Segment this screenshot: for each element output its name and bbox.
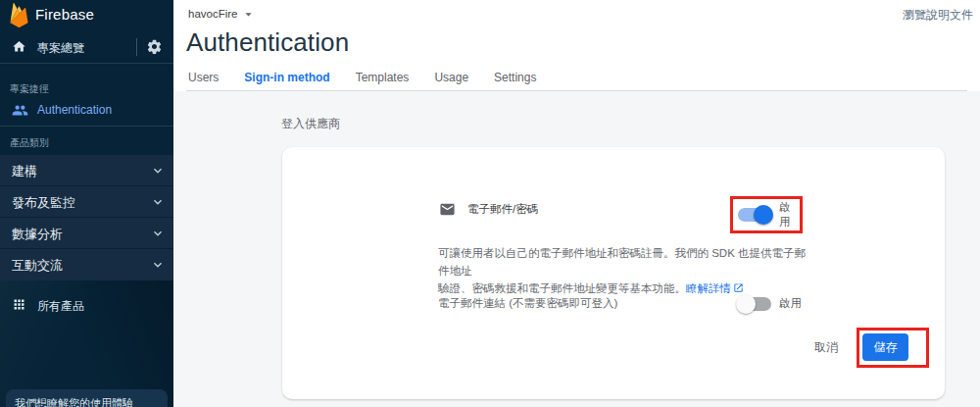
sidebar-item-authentication[interactable]: Authentication bbox=[0, 98, 173, 122]
sidebar-item-analytics[interactable]: 數據分析 bbox=[0, 218, 173, 249]
gear-icon[interactable] bbox=[146, 38, 163, 55]
sidebar-promo-card[interactable]: 我們想瞭解您的使用體驗 bbox=[6, 389, 168, 407]
docs-link[interactable]: 瀏覽說明文件 bbox=[903, 7, 973, 24]
cancel-button[interactable]: 取消 bbox=[814, 339, 838, 356]
content-area: 登入供應商 電子郵件/密碼 啟用 可讓使用者以自己的電子郵件地址和密碼註冊。我們… bbox=[173, 91, 980, 407]
toggle-thumb bbox=[754, 205, 773, 225]
email-password-provider-row: 電子郵件/密碼 bbox=[439, 198, 538, 220]
email-link-toggle[interactable] bbox=[738, 297, 771, 311]
save-button[interactable]: 儲存 bbox=[862, 333, 908, 361]
chevron-down-icon bbox=[150, 163, 166, 178]
provider-description: 可讓使用者以自己的電子郵件地址和密碼註冊。我們的 SDK 也提供電子郵件地址 驗… bbox=[438, 244, 808, 297]
main-area: havocFire 瀏覽說明文件 Authentication Users Si… bbox=[173, 0, 980, 407]
email-password-toggle[interactable] bbox=[738, 208, 771, 222]
sidebar-item-engage[interactable]: 互動交流 bbox=[0, 249, 173, 280]
divider bbox=[0, 63, 173, 64]
section-label: 數據分析 bbox=[12, 226, 63, 243]
sidebar-item-all-products[interactable]: 所有產品 bbox=[0, 293, 173, 317]
chevron-down-icon bbox=[150, 226, 166, 241]
section-label: 發布及監控 bbox=[12, 194, 75, 212]
home-icon bbox=[12, 39, 26, 54]
section-label: 建構 bbox=[12, 163, 37, 180]
email-link-toggle-group: 啟用 bbox=[738, 296, 802, 311]
categories-section-label: 產品類別 bbox=[10, 136, 49, 150]
firebase-console: Firebase 專案總覽 專案捷徑 Authentication 產品類別 建… bbox=[0, 0, 980, 407]
email-link-provider-row: 電子郵件連結 (不需要密碼即可登入) bbox=[438, 293, 617, 313]
divider bbox=[0, 126, 173, 127]
authentication-link-label: Authentication bbox=[37, 103, 112, 117]
sidebar-item-project-overview[interactable]: 專案總覽 bbox=[0, 32, 173, 62]
apps-grid-icon bbox=[12, 297, 26, 312]
open-in-new-icon bbox=[733, 282, 744, 293]
provider-card: 電子郵件/密碼 啟用 可讓使用者以自己的電子郵件地址和密碼註冊。我們的 SDK … bbox=[282, 147, 945, 399]
page-title: Authentication bbox=[186, 27, 349, 58]
chevron-down-icon bbox=[150, 257, 166, 273]
annotation-toggle-highlight: 啟用 bbox=[730, 196, 803, 233]
chevron-down-icon bbox=[150, 194, 166, 210]
learn-more-label: 瞭解詳情 bbox=[686, 282, 731, 294]
description-line1: 可讓使用者以自己的電子郵件地址和密碼註冊。我們的 SDK 也提供電子郵件地址 bbox=[438, 247, 806, 277]
arrow-drop-down-icon bbox=[241, 7, 256, 22]
sidebar-category-list: 建構 發布及監控 數據分析 互動交流 bbox=[0, 155, 173, 280]
project-switcher[interactable]: havocFire bbox=[188, 6, 256, 22]
toggle-state-label: 啟用 bbox=[779, 200, 800, 229]
project-overview-label: 專案總覽 bbox=[37, 40, 84, 57]
sidebar: Firebase 專案總覽 專案捷徑 Authentication 產品類別 建… bbox=[0, 0, 173, 407]
toggle-state-label: 啟用 bbox=[779, 296, 802, 311]
sidebar-item-release-monitor[interactable]: 發布及監控 bbox=[0, 186, 173, 218]
project-name: havocFire bbox=[188, 8, 238, 20]
all-products-label: 所有產品 bbox=[37, 298, 84, 315]
group-icon bbox=[12, 102, 28, 119]
sidebar-item-build[interactable]: 建構 bbox=[0, 155, 173, 186]
sign-in-providers-label: 登入供應商 bbox=[281, 116, 340, 132]
promo-text: 我們想瞭解您的使用體驗 bbox=[15, 396, 133, 407]
brand-name: Firebase bbox=[35, 6, 94, 23]
email-link-provider-name: 電子郵件連結 (不需要密碼即可登入) bbox=[438, 296, 617, 311]
page-header: havocFire 瀏覽說明文件 Authentication Users Si… bbox=[173, 0, 980, 91]
firebase-brand[interactable]: Firebase bbox=[0, 0, 173, 29]
learn-more-link[interactable]: 瞭解詳情 bbox=[686, 282, 744, 294]
section-label: 互動交流 bbox=[12, 257, 63, 275]
shortcuts-section-label: 專案捷徑 bbox=[10, 82, 49, 96]
provider-name: 電子郵件/密碼 bbox=[467, 202, 538, 217]
firebase-flame-icon bbox=[10, 3, 28, 27]
toggle-thumb bbox=[736, 294, 756, 314]
email-icon bbox=[439, 201, 456, 218]
divider bbox=[136, 38, 137, 56]
